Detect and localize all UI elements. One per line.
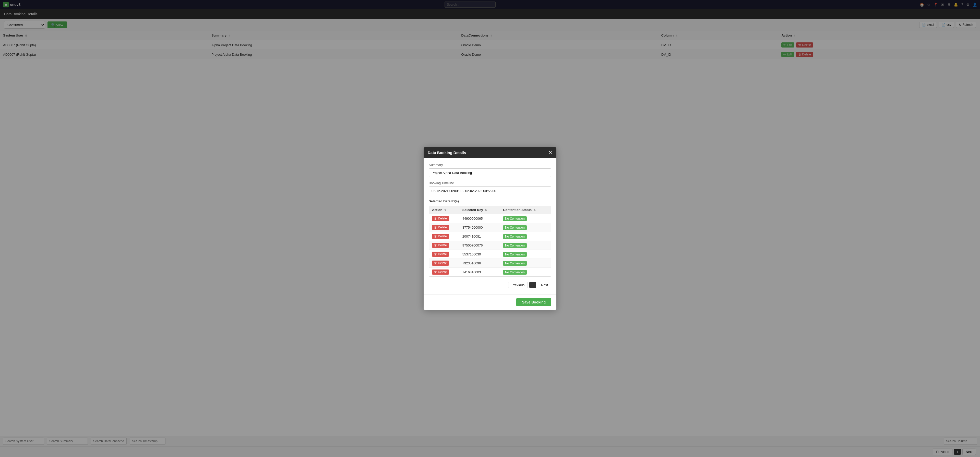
contention-badge: No Contention [503,270,527,275]
inner-delete-button[interactable]: 🗑 Delete [432,225,449,230]
inner-cell-selected-key: 7416810003 [459,268,500,277]
contention-badge: No Contention [503,234,527,239]
inner-delete-button[interactable]: 🗑 Delete [432,261,449,266]
inner-next-button[interactable]: Next [538,282,551,288]
inner-table-row: 🗑 Delete 5537100030 No Contention [429,250,551,259]
contention-badge: No Contention [503,217,527,221]
inner-delete-button[interactable]: 🗑 Delete [432,269,449,275]
inner-cell-selected-key: 44900900065 [459,214,500,223]
inner-cell-contention-status: No Contention [500,250,551,259]
summary-label: Summary [429,163,551,167]
inner-table-row: 🗑 Delete 44900900065 No Contention [429,214,551,223]
inner-cell-action: 🗑 Delete [429,268,459,277]
inner-cell-contention-status: No Contention [500,223,551,232]
inner-delete-button[interactable]: 🗑 Delete [432,216,449,221]
booking-timeline-label: Booking Timeline [429,181,551,185]
contention-badge: No Contention [503,225,527,230]
inner-cell-contention-status: No Contention [500,268,551,277]
inner-table-row: 🗑 Delete 37754500000 No Contention [429,223,551,232]
inner-current-page: 1 [529,282,536,288]
inner-cell-contention-status: No Contention [500,232,551,241]
modal-header: Data Booking Details ✕ [423,147,557,158]
inner-delete-button[interactable]: 🗑 Delete [432,243,449,248]
inner-cell-selected-key: 97500700076 [459,241,500,250]
modal-body: Summary Booking Timeline Selected Data I… [423,158,557,294]
inner-col-contention-status: Contention Status ⇅ [500,206,551,214]
inner-cell-selected-key: 37754500000 [459,223,500,232]
inner-cell-action: 🗑 Delete [429,241,459,250]
selected-data-ids-label: Selected Data ID(s) [429,199,551,203]
inner-cell-selected-key: 5537100030 [459,250,500,259]
summary-input[interactable] [429,168,551,177]
inner-col-selected-key: Selected Key ⇅ [459,206,500,214]
inner-col-action: Action ⇅ [429,206,459,214]
modal-overlay: Data Booking Details ✕ Summary Booking T… [0,0,980,457]
inner-table-row: 🗑 Delete 97500700076 No Contention [429,241,551,250]
inner-table-wrap: Action ⇅ Selected Key ⇅ Contention Statu… [429,205,551,277]
modal-footer: Save Booking [423,294,557,310]
contention-badge: No Contention [503,261,527,266]
inner-cell-selected-key: 2007410081 [459,232,500,241]
inner-table-row: 🗑 Delete 7923510096 No Contention [429,259,551,268]
inner-cell-selected-key: 7923510096 [459,259,500,268]
save-booking-button[interactable]: Save Booking [516,298,551,306]
contention-badge: No Contention [503,243,527,248]
inner-table: Action ⇅ Selected Key ⇅ Contention Statu… [429,206,551,276]
contention-badge: No Contention [503,252,527,257]
booking-timeline-input[interactable] [429,186,551,195]
inner-cell-contention-status: No Contention [500,214,551,223]
inner-cell-contention-status: No Contention [500,259,551,268]
modal-close-button[interactable]: ✕ [549,150,552,155]
inner-pagination: Previous 1 Next [429,280,551,289]
inner-cell-action: 🗑 Delete [429,250,459,259]
inner-cell-action: 🗑 Delete [429,232,459,241]
modal-title: Data Booking Details [428,150,466,155]
inner-table-row: 🗑 Delete 2007410081 No Contention [429,232,551,241]
inner-delete-button[interactable]: 🗑 Delete [432,252,449,257]
inner-delete-button[interactable]: 🗑 Delete [432,234,449,239]
inner-cell-contention-status: No Contention [500,241,551,250]
inner-table-row: 🗑 Delete 7416810003 No Contention [429,268,551,277]
inner-cell-action: 🗑 Delete [429,223,459,232]
inner-previous-button[interactable]: Previous [508,282,528,288]
inner-cell-action: 🗑 Delete [429,259,459,268]
modal: Data Booking Details ✕ Summary Booking T… [423,147,557,310]
inner-cell-action: 🗑 Delete [429,214,459,223]
